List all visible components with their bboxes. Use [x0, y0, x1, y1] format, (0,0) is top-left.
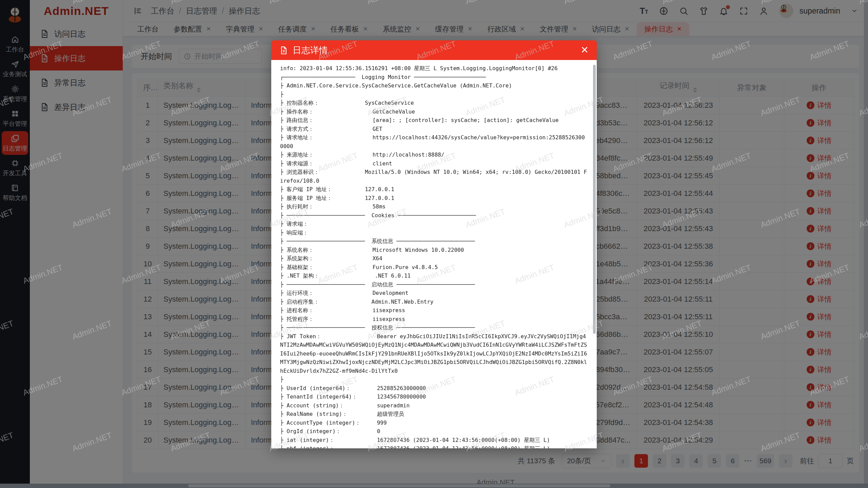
close-icon[interactable]: ✕: [581, 45, 589, 55]
document-icon: [279, 46, 288, 55]
modal-header: 日志详情 ✕: [271, 40, 597, 60]
modal-scrollbar: [593, 62, 596, 446]
log-text: info: 2023-01-04 12:55:36.1516291 +08:00…: [280, 64, 587, 448]
modal-scrollbar-thumb[interactable]: [593, 65, 596, 334]
log-detail-modal: 日志详情 ✕ info: 2023-01-04 12:55:36.1516291…: [271, 40, 597, 448]
modal-title: 日志详情: [293, 44, 328, 56]
modal-body: info: 2023-01-04 12:55:36.1516291 +08:00…: [271, 60, 597, 448]
